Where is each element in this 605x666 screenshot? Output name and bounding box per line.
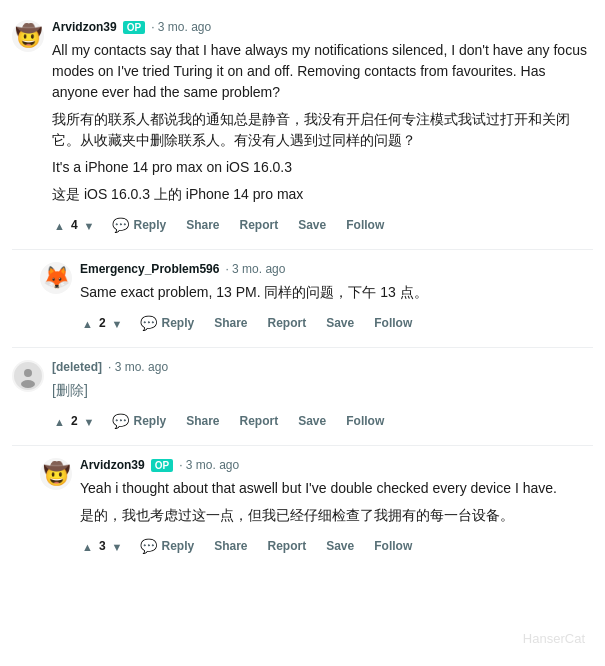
comment-text: All my contacts say that I have always m… xyxy=(52,40,593,205)
comment-text: [删除] xyxy=(52,380,593,401)
comment-item: 🦊 Emergency_Problem596 · 3 mo. ago Same … xyxy=(0,254,605,343)
share-button[interactable]: Share xyxy=(206,535,255,557)
vote-group: 2 xyxy=(80,313,124,333)
comment-username[interactable]: Arvidzon39 xyxy=(80,458,145,472)
vote-group: 4 xyxy=(52,215,96,235)
comment-time: · 3 mo. ago xyxy=(225,262,285,276)
downvote-button[interactable] xyxy=(110,313,125,333)
save-button[interactable]: Save xyxy=(318,535,362,557)
comment-actions: 4 💬 Reply Share Report Save Follow xyxy=(52,213,593,237)
comment-body: [deleted] · 3 mo. ago [删除] 2 💬 Reply Sha… xyxy=(52,360,593,433)
comment-text: Same exact problem, 13 PM. 同样的问题，下午 13 点… xyxy=(80,282,593,303)
avatar: 🦊 xyxy=(40,262,72,294)
reply-icon: 💬 xyxy=(140,538,157,554)
save-button[interactable]: Save xyxy=(290,214,334,236)
svg-point-1 xyxy=(24,369,32,377)
comment-header: Arvidzon39 OP · 3 mo. ago xyxy=(52,20,593,34)
comment-thread: 🤠 Arvidzon39 OP · 3 mo. ago All my conta… xyxy=(0,0,605,578)
follow-button[interactable]: Follow xyxy=(366,312,420,334)
share-button[interactable]: Share xyxy=(206,312,255,334)
comment-header: Emergency_Problem596 · 3 mo. ago xyxy=(80,262,593,276)
reply-button[interactable]: 💬 Reply xyxy=(104,213,174,237)
reply-icon: 💬 xyxy=(112,413,129,429)
comment-actions: 2 💬 Reply Share Report Save Follow xyxy=(80,311,593,335)
comment-item: 🤠 Arvidzon39 OP · 3 mo. ago Yeah i thoug… xyxy=(0,450,605,566)
comment-body: Emergency_Problem596 · 3 mo. ago Same ex… xyxy=(80,262,593,335)
upvote-button[interactable] xyxy=(80,536,95,556)
follow-button[interactable]: Follow xyxy=(366,535,420,557)
vote-group: 2 xyxy=(52,411,96,431)
comment-username[interactable]: Emergency_Problem596 xyxy=(80,262,219,276)
comment-body: Arvidzon39 OP · 3 mo. ago All my contact… xyxy=(52,20,593,237)
vote-count: 3 xyxy=(97,539,108,553)
op-badge: OP xyxy=(151,459,173,472)
downvote-button[interactable] xyxy=(110,536,125,556)
comment-username[interactable]: Arvidzon39 xyxy=(52,20,117,34)
avatar xyxy=(12,360,44,392)
op-badge: OP xyxy=(123,21,145,34)
svg-point-2 xyxy=(21,380,35,388)
save-button[interactable]: Save xyxy=(318,312,362,334)
upvote-button[interactable] xyxy=(52,411,67,431)
comment-header: Arvidzon39 OP · 3 mo. ago xyxy=(80,458,593,472)
vote-count: 2 xyxy=(97,316,108,330)
report-button[interactable]: Report xyxy=(232,214,287,236)
reply-button[interactable]: 💬 Reply xyxy=(132,311,202,335)
report-button[interactable]: Report xyxy=(232,410,287,432)
upvote-button[interactable] xyxy=(80,313,95,333)
report-button[interactable]: Report xyxy=(260,312,315,334)
comment-actions: 2 💬 Reply Share Report Save Follow xyxy=(52,409,593,433)
divider xyxy=(12,445,593,446)
follow-button[interactable]: Follow xyxy=(338,214,392,236)
vote-count: 4 xyxy=(69,218,80,232)
share-button[interactable]: Share xyxy=(178,214,227,236)
report-button[interactable]: Report xyxy=(260,535,315,557)
comment-actions: 3 💬 Reply Share Report Save Follow xyxy=(80,534,593,558)
divider xyxy=(12,249,593,250)
comment-time: · 3 mo. ago xyxy=(179,458,239,472)
comment-time: · 3 mo. ago xyxy=(151,20,211,34)
reply-icon: 💬 xyxy=(112,217,129,233)
comment-item: [deleted] · 3 mo. ago [删除] 2 💬 Reply Sha… xyxy=(0,352,605,441)
comment-time: · 3 mo. ago xyxy=(108,360,168,374)
vote-group: 3 xyxy=(80,536,124,556)
avatar: 🤠 xyxy=(12,20,44,52)
comment-body: Arvidzon39 OP · 3 mo. ago Yeah i thought… xyxy=(80,458,593,558)
reply-button[interactable]: 💬 Reply xyxy=(132,534,202,558)
divider xyxy=(12,347,593,348)
comment-username: [deleted] xyxy=(52,360,102,374)
share-button[interactable]: Share xyxy=(178,410,227,432)
follow-button[interactable]: Follow xyxy=(338,410,392,432)
downvote-button[interactable] xyxy=(82,411,97,431)
comment-text: Yeah i thought about that aswell but I'v… xyxy=(80,478,593,526)
comment-item: 🤠 Arvidzon39 OP · 3 mo. ago All my conta… xyxy=(0,12,605,245)
avatar: 🤠 xyxy=(40,458,72,490)
comment-header: [deleted] · 3 mo. ago xyxy=(52,360,593,374)
reply-icon: 💬 xyxy=(140,315,157,331)
vote-count: 2 xyxy=(69,414,80,428)
save-button[interactable]: Save xyxy=(290,410,334,432)
reply-button[interactable]: 💬 Reply xyxy=(104,409,174,433)
downvote-button[interactable] xyxy=(82,215,97,235)
upvote-button[interactable] xyxy=(52,215,67,235)
